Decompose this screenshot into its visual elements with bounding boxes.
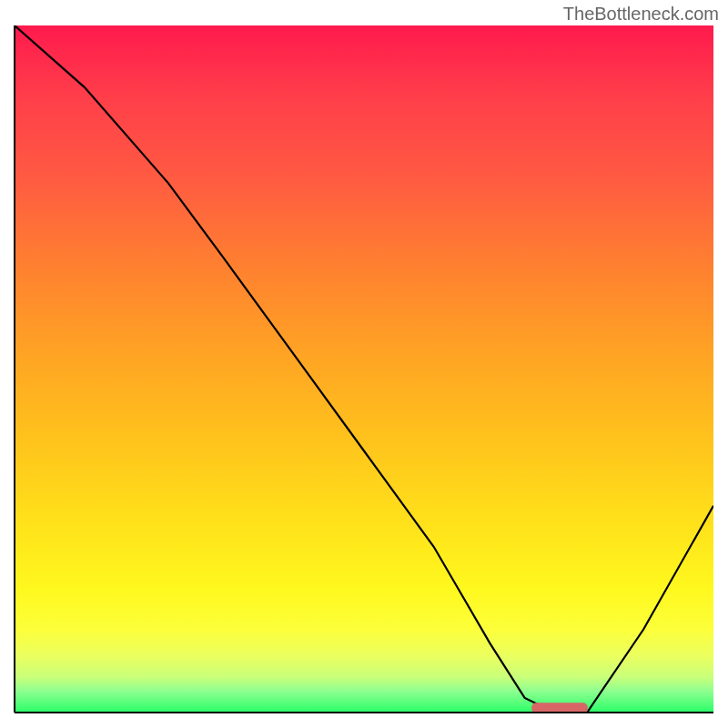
bottleneck-curve [15,25,713,712]
optimal-region-marker [531,703,587,712]
watermark-text: TheBottleneck.com [563,4,719,25]
chart-svg [15,25,713,712]
